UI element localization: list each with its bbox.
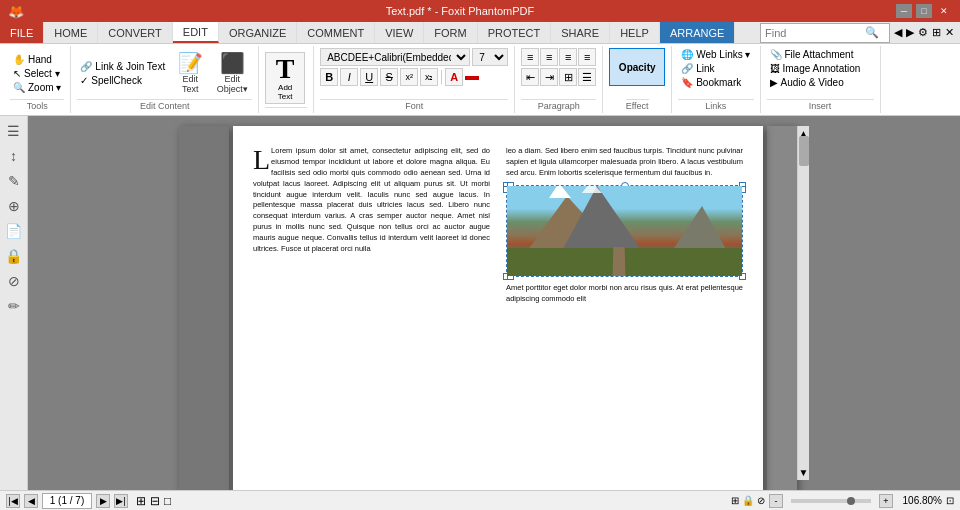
continuous-scroll-icon[interactable]: ⊟ — [150, 494, 160, 508]
v-scrollbar[interactable]: ▲ ▼ — [797, 126, 809, 480]
image-container[interactable] — [506, 185, 743, 277]
strikethrough-button[interactable]: S — [380, 68, 398, 86]
tab-view[interactable]: VIEW — [375, 22, 424, 43]
expand-icon[interactable]: ⊞ — [932, 26, 941, 39]
tab-comment[interactable]: COMMENT — [297, 22, 375, 43]
find-input[interactable] — [765, 27, 865, 39]
select-button[interactable]: ↖ Select ▾ — [10, 67, 64, 80]
fit-icon[interactable]: ⊡ — [946, 495, 954, 506]
nav-back-icon[interactable]: ◀ — [894, 26, 902, 39]
zoom-slider[interactable] — [791, 499, 871, 503]
first-page-button[interactable]: |◀ — [6, 494, 20, 508]
fit-page-icon[interactable]: ⊞ — [136, 494, 146, 508]
spellcheck-button[interactable]: ✓ SpellCheck — [77, 74, 168, 87]
image-annotation-button[interactable]: 🖼 Image Annotation — [767, 62, 864, 75]
status-icon-2[interactable]: 🔒 — [742, 495, 754, 506]
underline-button[interactable]: U — [360, 68, 378, 86]
tab-share[interactable]: SHARE — [551, 22, 610, 43]
font-name-select[interactable]: ABCDEE+Calibri(Embedded) — [320, 48, 470, 66]
indent-increase-button[interactable]: ⇥ — [540, 68, 558, 86]
effect-group-label: Effect — [626, 99, 649, 111]
opacity-button[interactable]: Opacity — [609, 48, 665, 86]
sidebar-icon-lock[interactable]: 🔒 — [3, 245, 25, 267]
bookmark-label: Bookmark — [696, 77, 741, 88]
zoom-out-button[interactable]: - — [769, 494, 783, 508]
sidebar-icon-6[interactable]: ✏ — [3, 295, 25, 317]
zoom-thumb — [847, 497, 855, 505]
main-area: ☰ ↕ ✎ ⊕ 📄 🔒 ⊘ ✏ LLorem ipsum dolor sit a… — [0, 116, 960, 490]
pdf-page: LLorem ipsum dolor sit amet, consectetur… — [233, 126, 763, 490]
page-input[interactable] — [42, 493, 92, 509]
next-page-button[interactable]: ▶ — [96, 494, 110, 508]
audio-label: Audio & Video — [781, 77, 844, 88]
file-attach-icon: 📎 — [770, 49, 782, 60]
scrollbar-down[interactable]: ▼ — [798, 467, 809, 478]
settings-icon[interactable]: ⚙ — [918, 26, 928, 39]
link-button[interactable]: 🔗 Link — [678, 62, 717, 75]
font-color-button[interactable]: A — [445, 68, 463, 86]
link-label: Link — [696, 63, 714, 74]
zoom-level-label: 106.80% — [897, 495, 942, 506]
sidebar-icon-2[interactable]: ✎ — [3, 170, 25, 192]
maximize-button[interactable]: □ — [916, 4, 932, 18]
sidebar-icon-4[interactable]: 📄 — [3, 220, 25, 242]
link-join-button[interactable]: 🔗 Link & Join Text — [77, 60, 168, 73]
nav-fwd-icon[interactable]: ▶ — [906, 26, 914, 39]
tab-protect[interactable]: PROTECT — [478, 22, 552, 43]
tab-form[interactable]: FORM — [424, 22, 477, 43]
audio-video-button[interactable]: ▶ Audio & Video — [767, 76, 847, 89]
bookmark-button[interactable]: 🔖 Bookmark — [678, 76, 744, 89]
tab-arrange[interactable]: ARRANGE — [660, 22, 735, 43]
columns-button[interactable]: ⊞ — [559, 68, 577, 86]
justify-button[interactable]: ≡ — [578, 48, 596, 66]
edit-object-button[interactable]: ⬛ Edit Object▾ — [212, 49, 252, 97]
tab-help[interactable]: HELP — [610, 22, 660, 43]
edit-text-button[interactable]: 📝 Edit Text — [172, 49, 208, 97]
mountain-snow-2 — [582, 186, 602, 193]
bold-button[interactable]: B — [320, 68, 338, 86]
edit-content-group: 🔗 Link & Join Text ✓ SpellCheck 📝 Edit T… — [71, 46, 259, 113]
last-page-button[interactable]: ▶| — [114, 494, 128, 508]
sidebar-icon-0[interactable]: ☰ — [3, 120, 25, 142]
list-button[interactable]: ☰ — [578, 68, 596, 86]
hand-button[interactable]: ✋ Hand — [10, 53, 64, 66]
sidebar-icon-5[interactable]: ⊘ — [3, 270, 25, 292]
title-bar: 🦊 Text.pdf * - Foxit PhantomPDF ─ □ ✕ — [0, 0, 960, 22]
tab-file[interactable]: FILE — [0, 22, 44, 43]
superscript-button[interactable]: x² — [400, 68, 418, 86]
find-box[interactable]: 🔍 — [760, 23, 890, 43]
single-page-icon[interactable]: □ — [164, 494, 171, 508]
edit-text-icon: 📝 — [178, 51, 203, 75]
sidebar-icon-3[interactable]: ⊕ — [3, 195, 25, 217]
file-attachment-button[interactable]: 📎 File Attachment — [767, 48, 857, 61]
align-right-button[interactable]: ≡ — [559, 48, 577, 66]
align-center-button[interactable]: ≡ — [540, 48, 558, 66]
tab-organize[interactable]: ORGANIZE — [219, 22, 297, 43]
add-text-group: T Add Text — [259, 46, 314, 113]
prev-page-button[interactable]: ◀ — [24, 494, 38, 508]
subscript-button[interactable]: x₂ — [420, 68, 438, 86]
italic-button[interactable]: I — [340, 68, 358, 86]
sidebar-icon-1[interactable]: ↕ — [3, 145, 25, 167]
close-button[interactable]: ✕ — [936, 4, 952, 18]
close-icon[interactable]: ✕ — [945, 26, 954, 39]
tab-home[interactable]: HOME — [44, 22, 98, 43]
indent-decrease-button[interactable]: ⇤ — [521, 68, 539, 86]
zoom-in-button[interactable]: + — [879, 494, 893, 508]
align-left-button[interactable]: ≡ — [521, 48, 539, 66]
scrollbar-thumb[interactable] — [799, 136, 809, 166]
status-bar: |◀ ◀ ▶ ▶| ⊞ ⊟ □ ⊞ 🔒 ⊘ - + 106.80% ⊡ — [0, 490, 960, 510]
font-size-select[interactable]: 7 — [472, 48, 508, 66]
find-icon: 🔍 — [865, 26, 879, 39]
web-links-button[interactable]: 🌐 Web Links ▾ — [678, 48, 753, 61]
tab-edit[interactable]: EDIT — [173, 22, 219, 43]
mountain-peak-3 — [672, 206, 727, 251]
status-icon-1[interactable]: ⊞ — [731, 495, 739, 506]
tab-convert[interactable]: CONVERT — [98, 22, 173, 43]
add-text-button[interactable]: T Add Text — [265, 52, 305, 104]
window-controls[interactable]: ─ □ ✕ — [896, 4, 952, 18]
zoom-button[interactable]: 🔍 Zoom ▾ — [10, 81, 64, 94]
status-right: ⊞ 🔒 ⊘ - + 106.80% ⊡ — [731, 494, 954, 508]
minimize-button[interactable]: ─ — [896, 4, 912, 18]
status-icon-3[interactable]: ⊘ — [757, 495, 765, 506]
